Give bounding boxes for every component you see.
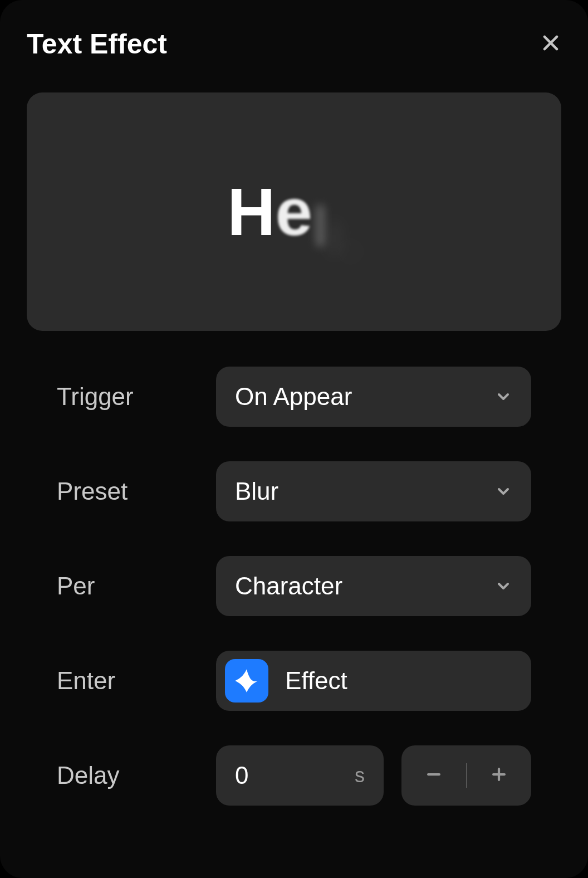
per-row: Per Character: [57, 556, 531, 616]
plus-icon: [489, 765, 508, 786]
sparkle-icon: [225, 659, 268, 703]
enter-effect-button[interactable]: Effect: [216, 651, 531, 711]
delay-unit: s: [355, 764, 365, 787]
effect-preview: Hello: [27, 92, 561, 331]
panel-header: Text Effect: [27, 28, 561, 60]
trigger-select[interactable]: On Appear: [216, 367, 531, 427]
decrement-button[interactable]: [401, 745, 466, 806]
chevron-down-icon: [494, 388, 512, 406]
delay-row: Delay 0 s: [57, 745, 531, 806]
per-value: Character: [235, 572, 342, 600]
trigger-value: On Appear: [235, 383, 352, 411]
enter-row: Enter Effect: [57, 651, 531, 711]
text-effect-panel: Text Effect Hello Trigger On Appear: [0, 0, 588, 878]
preset-row: Preset Blur: [57, 461, 531, 521]
close-icon: [540, 32, 561, 56]
per-label: Per: [57, 572, 216, 600]
delay-stepper: [401, 745, 531, 806]
panel-title: Text Effect: [27, 28, 167, 60]
delay-value: 0: [235, 762, 248, 789]
preview-text: Hello: [227, 173, 361, 250]
delay-input[interactable]: 0 s: [216, 745, 384, 806]
close-button[interactable]: [540, 32, 561, 56]
increment-button[interactable]: [467, 745, 532, 806]
preset-label: Preset: [57, 477, 216, 505]
settings-rows: Trigger On Appear Preset Blur: [27, 367, 561, 806]
chevron-down-icon: [494, 577, 512, 595]
preset-select[interactable]: Blur: [216, 461, 531, 521]
preset-value: Blur: [235, 477, 278, 505]
enter-label: Enter: [57, 667, 216, 695]
minus-icon: [424, 765, 443, 786]
per-select[interactable]: Character: [216, 556, 531, 616]
chevron-down-icon: [494, 482, 512, 500]
delay-label: Delay: [57, 762, 216, 789]
enter-value: Effect: [285, 667, 347, 695]
trigger-label: Trigger: [57, 383, 216, 411]
trigger-row: Trigger On Appear: [57, 367, 531, 427]
